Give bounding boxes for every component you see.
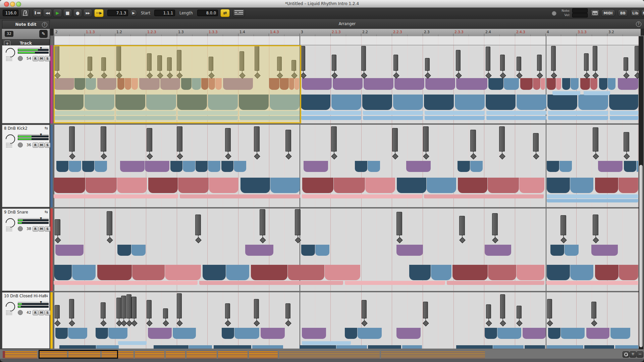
strip-block[interactable] [486, 116, 546, 120]
velocity-note-bar[interactable] [393, 55, 398, 71]
velocity-note-bar[interactable] [547, 299, 552, 318]
note-diamond-icon[interactable] [260, 237, 266, 243]
overview-stripe-segment[interactable] [166, 351, 185, 359]
note-diamond-icon[interactable] [131, 320, 137, 326]
pattern-block[interactable] [178, 178, 209, 193]
strip-block[interactable] [610, 111, 638, 115]
pattern-block[interactable] [333, 78, 363, 90]
pattern-block[interactable] [570, 178, 593, 193]
tab-beatbuilder[interactable]: BB [618, 9, 628, 17]
strip-block[interactable] [402, 345, 422, 349]
pattern-block[interactable] [234, 328, 259, 339]
pattern-block[interactable] [458, 178, 487, 193]
pattern-block[interactable] [302, 178, 333, 193]
pattern-block[interactable] [364, 78, 393, 90]
pattern-block[interactable] [517, 265, 544, 280]
velocity-note-bar[interactable] [147, 300, 152, 318]
note-diamond-icon[interactable] [584, 72, 590, 78]
note-diamond-icon[interactable] [55, 237, 61, 243]
overview-stripe-segment[interactable] [186, 351, 217, 359]
velocity-note-bar[interactable] [225, 303, 230, 318]
note-diamond-icon[interactable] [593, 153, 599, 159]
strip-block[interactable] [363, 111, 423, 115]
pattern-block[interactable] [547, 95, 577, 110]
track-r-button[interactable]: R [33, 310, 38, 315]
pattern-block[interactable] [315, 245, 329, 256]
arranger-help-icon[interactable]: ? [636, 21, 641, 27]
note-diamond-icon[interactable] [254, 320, 260, 326]
strip-block[interactable] [546, 281, 638, 285]
pattern-block[interactable] [331, 95, 361, 110]
pattern-block[interactable] [548, 328, 560, 339]
velocity-note-bar[interactable] [254, 299, 259, 318]
velocity-note-bar[interactable] [551, 46, 556, 71]
pattern-block[interactable] [183, 161, 195, 172]
pattern-block[interactable] [578, 95, 608, 110]
note-diamond-icon[interactable] [101, 153, 107, 159]
pattern-grid-icon[interactable] [6, 56, 12, 61]
strip-block[interactable] [610, 116, 638, 120]
note-diamond-icon[interactable] [423, 153, 429, 159]
lane-track-2[interactable] [54, 125, 639, 207]
velocity-note-bar[interactable] [116, 298, 121, 318]
velocity-note-bar[interactable] [456, 50, 461, 71]
velocity-note-bar[interactable] [486, 304, 491, 318]
pattern-block[interactable] [55, 328, 68, 339]
velocity-note-bar[interactable] [362, 300, 367, 318]
velocity-note-bar[interactable] [121, 296, 126, 318]
note-diamond-icon[interactable] [285, 320, 291, 326]
note-diamond-icon[interactable] [54, 320, 60, 326]
loop-toggle-button[interactable]: ⇄ [220, 9, 230, 17]
strip-block[interactable] [180, 194, 300, 198]
note-diamond-icon[interactable] [392, 153, 398, 159]
pattern-block[interactable] [396, 328, 421, 339]
velocity-note-bar[interactable] [285, 303, 290, 318]
note-diamond-icon[interactable] [624, 153, 630, 159]
note-diamond-icon[interactable] [591, 320, 597, 326]
pattern-block[interactable] [302, 78, 332, 90]
note-diamond-icon[interactable] [500, 320, 506, 326]
velocity-note-bar[interactable] [593, 215, 598, 235]
note-diamond-icon[interactable] [551, 72, 557, 78]
pattern-block[interactable] [54, 265, 72, 280]
pattern-block[interactable] [54, 178, 85, 193]
pattern-block[interactable] [365, 178, 395, 193]
pattern-block[interactable] [619, 178, 638, 193]
velocity-note-bar[interactable] [69, 299, 74, 318]
pattern-block[interactable] [358, 328, 382, 339]
velocity-note-bar[interactable] [500, 294, 505, 318]
strip-block[interactable] [447, 281, 544, 285]
pattern-block[interactable] [226, 265, 249, 280]
strip-block[interactable] [301, 111, 361, 115]
pattern-block[interactable] [355, 161, 367, 172]
pattern-block[interactable] [406, 161, 431, 172]
pattern-block[interactable] [397, 178, 426, 193]
note-diamond-icon[interactable] [455, 72, 462, 78]
strip-block[interactable] [456, 345, 493, 349]
pattern-block[interactable] [523, 328, 546, 339]
track-m-button[interactable]: M [39, 226, 44, 232]
note-diamond-icon[interactable] [593, 237, 599, 243]
position-field[interactable]: 7.1.3 [107, 10, 128, 16]
note-diamond-icon[interactable] [592, 72, 598, 78]
velocity-note-bar[interactable] [593, 46, 597, 71]
strip-block[interactable] [486, 111, 546, 115]
velocity-note-bar[interactable] [69, 126, 75, 152]
pattern-block[interactable] [96, 328, 108, 339]
pattern-block[interactable] [394, 78, 424, 90]
start-field[interactable]: 1.1.1 [154, 10, 175, 16]
arrange-view-button[interactable] [233, 9, 245, 17]
note-diamond-icon[interactable] [300, 72, 306, 78]
velocity-note-bar[interactable] [537, 55, 542, 71]
velocity-note-bar[interactable] [147, 128, 152, 152]
pattern-block[interactable] [598, 161, 623, 172]
zoom-out-button[interactable]: − [637, 351, 643, 358]
pattern-block[interactable] [203, 265, 226, 280]
pattern-block[interactable] [427, 178, 456, 193]
fast-forward-button[interactable]: ▶▶ [83, 9, 92, 17]
go-to-position-button[interactable]: ▶ [130, 9, 137, 17]
pattern-block[interactable] [145, 161, 169, 172]
zoom-in-button[interactable]: + [630, 351, 636, 358]
velocity-note-bar[interactable] [423, 302, 428, 318]
note-diamond-icon[interactable] [533, 153, 539, 159]
